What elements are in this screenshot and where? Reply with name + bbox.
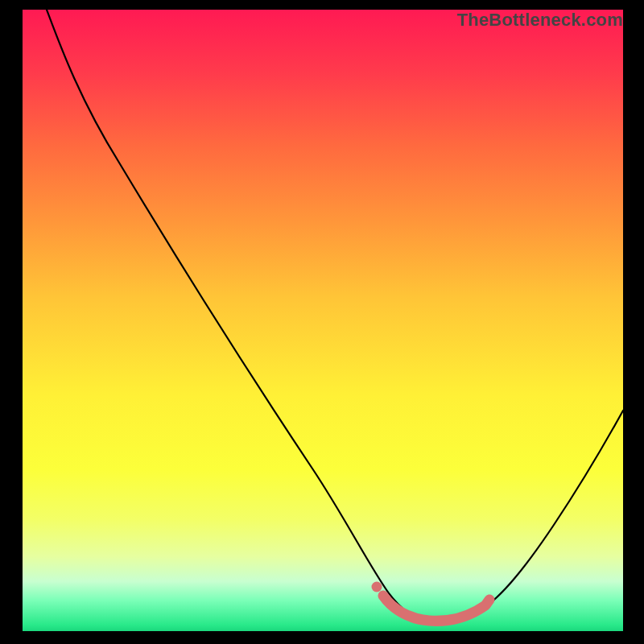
threshold-highlight <box>383 596 489 621</box>
curve-layer <box>23 10 623 631</box>
chart-frame: TheBottleneck.com <box>0 0 644 644</box>
plot-area <box>23 10 623 631</box>
main-curve <box>47 10 623 621</box>
threshold-highlight-dot <box>372 582 382 592</box>
watermark-text: TheBottleneck.com <box>457 10 623 31</box>
